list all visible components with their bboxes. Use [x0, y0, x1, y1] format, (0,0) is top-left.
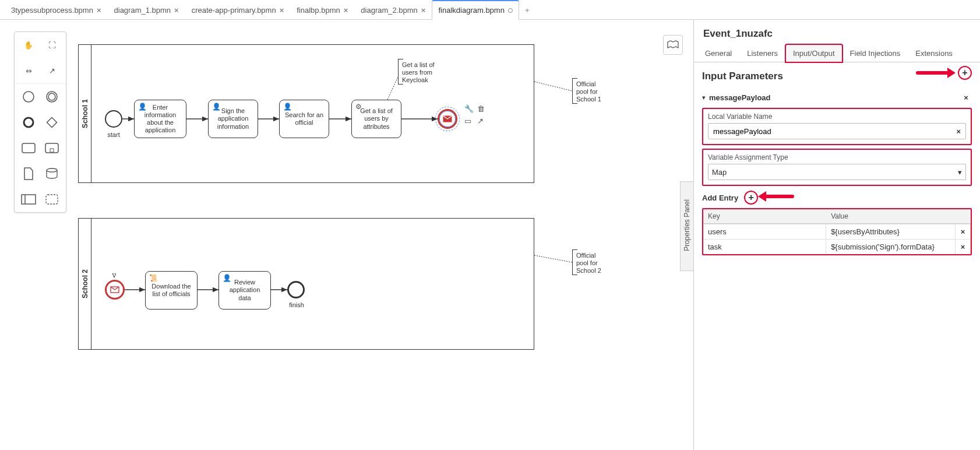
gateway-icon[interactable]	[43, 113, 61, 132]
pool-school-1[interactable]: School 1 start 👤Enter information about …	[78, 44, 534, 183]
editor-tabs: 3typessubprocess.bpmn× diagram_1.bpmn× c…	[0, 0, 980, 20]
end-event[interactable]	[287, 281, 305, 298]
remove-entry-button[interactable]: ×	[956, 240, 971, 254]
start-event-icon[interactable]	[19, 87, 38, 106]
text-annotation[interactable]: Official pool for School 1	[572, 78, 609, 104]
local-var-name-group: Local Variable Name ×	[702, 108, 972, 145]
table-row: users ${usersByAttributes} ×	[703, 224, 971, 239]
svg-line-23	[534, 82, 572, 91]
task-download-officials[interactable]: 📜Download the list of officials	[145, 271, 198, 310]
text-annotation[interactable]: Get a list of users from Keycloak	[398, 59, 440, 85]
tab-file[interactable]: diagram_1.bpmn×	[108, 0, 185, 20]
close-icon[interactable]: ×	[421, 6, 426, 15]
connect-tool-icon[interactable]: ↗	[43, 61, 61, 80]
task-enter-info[interactable]: 👤Enter information about the application	[134, 100, 186, 138]
user-task-icon: 👤	[138, 103, 147, 111]
local-var-name-input[interactable]: ×	[708, 123, 966, 139]
tab-general[interactable]: General	[697, 44, 739, 62]
wrench-icon[interactable]: 🔧	[464, 104, 474, 113]
space-tool-icon[interactable]: ⇔	[19, 61, 38, 80]
close-icon[interactable]: ×	[174, 6, 179, 15]
clear-icon[interactable]: ×	[955, 127, 962, 136]
field-label: Local Variable Name	[708, 112, 966, 121]
lane-label: School 1	[79, 45, 91, 182]
element-id: Event_1nuzafc	[694, 20, 980, 44]
remove-entry-button[interactable]: ×	[956, 224, 971, 239]
lane-label: School 2	[79, 219, 91, 349]
add-entry-label: Add Entry	[702, 194, 738, 202]
hand-tool-icon[interactable]: ✋	[19, 36, 38, 54]
intermediate-event-icon[interactable]	[43, 87, 61, 106]
tab-file[interactable]: finalbp.bpmn×	[290, 0, 354, 20]
task-icon[interactable]	[19, 139, 38, 157]
annotation-icon[interactable]: ▭	[464, 117, 474, 125]
svg-rect-5	[22, 143, 35, 153]
assign-type-select[interactable]: Map ▾	[708, 164, 966, 180]
task-get-users[interactable]: ⚙Get a list of users by attributes	[351, 100, 401, 138]
subprocess-icon[interactable]	[43, 139, 61, 157]
pool-school-2[interactable]: School 2 📜Download the list of officials…	[78, 218, 534, 350]
add-input-param-button[interactable]: +	[958, 66, 972, 80]
add-entry-button[interactable]: +	[744, 191, 758, 205]
task-review-data[interactable]: 👤Review application data	[218, 271, 271, 310]
connect-icon[interactable]: ↗	[477, 117, 485, 125]
context-pad: 🗑 ↗	[477, 104, 485, 125]
task-search-official[interactable]: 👤Search for an official	[279, 100, 329, 138]
context-pad: 🔧 ▭	[464, 104, 474, 125]
tab-file[interactable]: diagram_2.bpmn×	[354, 0, 432, 20]
tab-extensions[interactable]: Extensions	[908, 44, 960, 62]
svg-point-3	[24, 118, 33, 127]
svg-rect-6	[45, 143, 58, 153]
chevron-down-icon: ▾	[958, 168, 962, 177]
svg-rect-7	[50, 149, 54, 152]
add-tab-button[interactable]: +	[519, 0, 535, 20]
user-task-icon: 👤	[283, 103, 292, 111]
properties-panel-toggle[interactable]: Properties Panel	[680, 181, 693, 271]
data-object-icon[interactable]	[19, 164, 38, 183]
user-task-icon: 👤	[223, 274, 231, 282]
task-sign[interactable]: 👤Sign the application information	[208, 100, 258, 138]
section-title: Input Parameters	[702, 71, 972, 82]
assign-type-group: Variable Assignment Type Map ▾	[702, 149, 972, 186]
tab-file-active[interactable]: finalkdiagram.bpmn	[432, 0, 519, 20]
tab-field-injections[interactable]: Field Injections	[842, 44, 908, 62]
tab-file[interactable]: create-app-primary.bpmn×	[185, 0, 291, 20]
close-icon[interactable]: ×	[344, 6, 348, 15]
start-label: start	[103, 131, 124, 138]
end-event-icon[interactable]	[19, 113, 38, 132]
tab-listeners[interactable]: Listeners	[739, 44, 785, 62]
tab-file[interactable]: 3typessubprocess.bpmn×	[5, 0, 108, 20]
data-store-icon[interactable]	[43, 164, 61, 183]
trash-icon[interactable]: 🗑	[477, 104, 485, 113]
end-label: finish	[286, 301, 307, 308]
close-icon[interactable]: ×	[97, 6, 101, 15]
envelope-icon	[110, 286, 119, 293]
canvas[interactable]: ✋⛶ ⇔↗ School 1 start 👤Enter information …	[0, 20, 693, 450]
entry-value[interactable]: ${submission('Sign').formData}	[826, 240, 956, 254]
remove-param-button[interactable]: ×	[960, 92, 972, 103]
tool-palette: ✋⛶ ⇔↗	[14, 31, 66, 213]
group-icon[interactable]	[43, 190, 61, 209]
tab-input-output[interactable]: Input/Output	[785, 44, 842, 62]
param-header[interactable]: ▾ messagePayload ×	[702, 88, 972, 107]
pool-icon[interactable]	[19, 190, 38, 209]
message-throw-event-selected[interactable]	[438, 109, 457, 129]
table-row: task ${submission('Sign').formData} ×	[703, 239, 971, 254]
map-entries-table: Key Value users ${usersByAttributes} × t…	[702, 208, 972, 255]
minimap-button[interactable]	[663, 35, 683, 55]
lasso-tool-icon[interactable]: ⛶	[43, 36, 61, 54]
text-annotation[interactable]: Official pool for School 2	[572, 249, 609, 275]
col-key: Key	[703, 209, 826, 223]
entry-key[interactable]: task	[703, 240, 826, 254]
close-icon[interactable]: ×	[280, 6, 284, 15]
service-task-icon: ⚙	[355, 103, 362, 111]
message-catch-event[interactable]	[105, 280, 125, 300]
start-event[interactable]	[105, 110, 122, 128]
select-value: Map	[712, 168, 727, 177]
svg-rect-4	[47, 118, 57, 128]
local-var-name-field[interactable]	[712, 126, 955, 136]
user-task-icon: 👤	[212, 103, 221, 111]
entry-value[interactable]: ${usersByAttributes}	[826, 224, 956, 239]
entry-key[interactable]: users	[703, 224, 826, 239]
svg-point-0	[23, 92, 34, 102]
